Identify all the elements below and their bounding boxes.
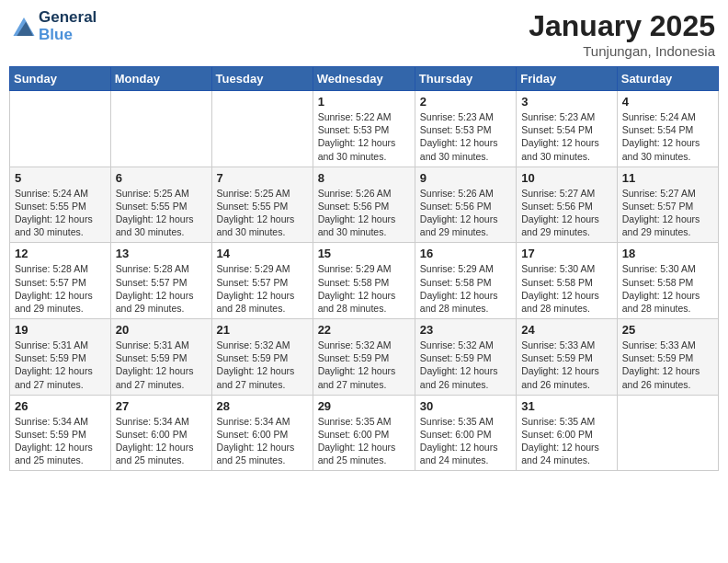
day-info: Sunrise: 5:31 AMSunset: 5:59 PMDaylight:… [15, 339, 106, 391]
day-info: Sunrise: 5:29 AMSunset: 5:58 PMDaylight:… [318, 262, 410, 315]
day-cell: 28Sunrise: 5:34 AMSunset: 6:00 PMDayligh… [211, 395, 313, 471]
day-number: 24 [521, 323, 612, 337]
day-number: 27 [116, 399, 207, 413]
day-info: Sunrise: 5:32 AMSunset: 5:59 PMDaylight:… [420, 339, 511, 391]
day-info: Sunrise: 5:35 AMSunset: 6:00 PMDaylight:… [318, 415, 410, 467]
day-info: Sunrise: 5:32 AMSunset: 5:59 PMDaylight:… [318, 339, 410, 391]
day-number: 20 [116, 323, 207, 337]
day-cell: 30Sunrise: 5:35 AMSunset: 6:00 PMDayligh… [415, 395, 516, 471]
day-cell: 26Sunrise: 5:34 AMSunset: 5:59 PMDayligh… [10, 395, 111, 471]
day-info: Sunrise: 5:26 AMSunset: 5:56 PMDaylight:… [420, 187, 511, 239]
weekday-header-wednesday: Wednesday [313, 67, 415, 91]
week-row-2: 5Sunrise: 5:24 AMSunset: 5:55 PMDaylight… [10, 167, 719, 243]
day-cell: 9Sunrise: 5:26 AMSunset: 5:56 PMDaylight… [415, 167, 516, 243]
month-title: January 2025 [529, 9, 715, 43]
day-number: 22 [318, 323, 410, 337]
day-cell: 31Sunrise: 5:35 AMSunset: 6:00 PMDayligh… [517, 395, 618, 471]
day-info: Sunrise: 5:25 AMSunset: 5:55 PMDaylight:… [116, 187, 207, 239]
day-info: Sunrise: 5:29 AMSunset: 5:58 PMDaylight:… [420, 262, 511, 315]
day-cell: 21Sunrise: 5:32 AMSunset: 5:59 PMDayligh… [211, 319, 313, 396]
day-number: 28 [217, 399, 308, 413]
day-number: 6 [116, 171, 207, 185]
day-cell: 19Sunrise: 5:31 AMSunset: 5:59 PMDayligh… [10, 319, 111, 396]
day-cell: 15Sunrise: 5:29 AMSunset: 5:58 PMDayligh… [313, 243, 415, 319]
weekday-header-monday: Monday [110, 67, 211, 91]
calendar-table: SundayMondayTuesdayWednesdayThursdayFrid… [9, 66, 719, 471]
day-info: Sunrise: 5:35 AMSunset: 6:00 PMDaylight:… [521, 415, 612, 467]
day-cell: 20Sunrise: 5:31 AMSunset: 5:59 PMDayligh… [110, 319, 211, 396]
day-number: 1 [318, 95, 410, 109]
day-number: 21 [217, 323, 308, 337]
day-cell: 3Sunrise: 5:23 AMSunset: 5:54 PMDaylight… [517, 91, 618, 167]
day-number: 25 [622, 323, 713, 337]
day-info: Sunrise: 5:26 AMSunset: 5:56 PMDaylight:… [318, 187, 410, 239]
day-cell: 24Sunrise: 5:33 AMSunset: 5:59 PMDayligh… [517, 319, 618, 396]
day-cell: 6Sunrise: 5:25 AMSunset: 5:55 PMDaylight… [110, 167, 211, 243]
day-info: Sunrise: 5:27 AMSunset: 5:56 PMDaylight:… [521, 187, 612, 239]
day-number: 14 [217, 247, 308, 260]
day-number: 4 [622, 95, 713, 109]
week-row-4: 19Sunrise: 5:31 AMSunset: 5:59 PMDayligh… [10, 319, 719, 396]
day-info: Sunrise: 5:35 AMSunset: 6:00 PMDaylight:… [420, 415, 511, 467]
day-cell: 4Sunrise: 5:24 AMSunset: 5:54 PMDaylight… [617, 91, 718, 167]
day-info: Sunrise: 5:34 AMSunset: 5:59 PMDaylight:… [15, 415, 106, 467]
day-cell [617, 395, 718, 471]
day-cell: 29Sunrise: 5:35 AMSunset: 6:00 PMDayligh… [313, 395, 415, 471]
day-cell: 27Sunrise: 5:34 AMSunset: 6:00 PMDayligh… [110, 395, 211, 471]
week-row-1: 1Sunrise: 5:22 AMSunset: 5:53 PMDaylight… [10, 91, 719, 167]
day-number: 19 [15, 323, 106, 337]
day-info: Sunrise: 5:22 AMSunset: 5:53 PMDaylight:… [318, 110, 410, 163]
day-number: 17 [521, 247, 612, 260]
day-number: 9 [420, 171, 511, 185]
day-info: Sunrise: 5:34 AMSunset: 6:00 PMDaylight:… [116, 415, 207, 467]
day-info: Sunrise: 5:32 AMSunset: 5:59 PMDaylight:… [217, 339, 308, 391]
day-cell: 7Sunrise: 5:25 AMSunset: 5:55 PMDaylight… [211, 167, 313, 243]
day-info: Sunrise: 5:30 AMSunset: 5:58 PMDaylight:… [622, 262, 713, 315]
day-number: 29 [318, 399, 410, 413]
week-row-3: 12Sunrise: 5:28 AMSunset: 5:57 PMDayligh… [10, 243, 719, 319]
day-cell: 22Sunrise: 5:32 AMSunset: 5:59 PMDayligh… [313, 319, 415, 396]
day-number: 12 [15, 247, 106, 260]
day-number: 11 [622, 171, 713, 185]
day-number: 10 [521, 171, 612, 185]
day-info: Sunrise: 5:30 AMSunset: 5:58 PMDaylight:… [521, 262, 612, 315]
day-number: 30 [420, 399, 511, 413]
logo-icon [13, 17, 35, 36]
day-number: 26 [15, 399, 106, 413]
day-cell [10, 91, 111, 167]
day-info: Sunrise: 5:24 AMSunset: 5:55 PMDaylight:… [15, 187, 106, 239]
day-info: Sunrise: 5:24 AMSunset: 5:54 PMDaylight:… [622, 110, 713, 163]
day-cell: 14Sunrise: 5:29 AMSunset: 5:57 PMDayligh… [211, 243, 313, 319]
day-cell: 18Sunrise: 5:30 AMSunset: 5:58 PMDayligh… [617, 243, 718, 319]
weekday-header-row: SundayMondayTuesdayWednesdayThursdayFrid… [10, 67, 719, 91]
weekday-header-sunday: Sunday [10, 67, 111, 91]
day-cell: 23Sunrise: 5:32 AMSunset: 5:59 PMDayligh… [415, 319, 516, 396]
day-cell: 17Sunrise: 5:30 AMSunset: 5:58 PMDayligh… [517, 243, 618, 319]
day-number: 15 [318, 247, 410, 260]
day-cell: 12Sunrise: 5:28 AMSunset: 5:57 PMDayligh… [10, 243, 111, 319]
day-number: 23 [420, 323, 511, 337]
title-block: January 2025 Tunjungan, Indonesia [529, 9, 715, 59]
day-cell [110, 91, 211, 167]
week-row-5: 26Sunrise: 5:34 AMSunset: 5:59 PMDayligh… [10, 395, 719, 471]
day-info: Sunrise: 5:34 AMSunset: 6:00 PMDaylight:… [217, 415, 308, 467]
day-number: 2 [420, 95, 511, 109]
day-info: Sunrise: 5:28 AMSunset: 5:57 PMDaylight:… [15, 262, 106, 315]
day-cell [211, 91, 313, 167]
day-info: Sunrise: 5:23 AMSunset: 5:54 PMDaylight:… [521, 110, 612, 163]
day-info: Sunrise: 5:29 AMSunset: 5:57 PMDaylight:… [217, 262, 308, 315]
day-cell: 13Sunrise: 5:28 AMSunset: 5:57 PMDayligh… [110, 243, 211, 319]
page-header: General Blue January 2025 Tunjungan, Ind… [9, 9, 719, 59]
day-number: 8 [318, 171, 410, 185]
day-info: Sunrise: 5:31 AMSunset: 5:59 PMDaylight:… [116, 339, 207, 391]
day-cell: 1Sunrise: 5:22 AMSunset: 5:53 PMDaylight… [313, 91, 415, 167]
day-number: 16 [420, 247, 511, 260]
day-info: Sunrise: 5:28 AMSunset: 5:57 PMDaylight:… [116, 262, 207, 315]
day-cell: 10Sunrise: 5:27 AMSunset: 5:56 PMDayligh… [517, 167, 618, 243]
location: Tunjungan, Indonesia [529, 43, 715, 59]
day-cell: 11Sunrise: 5:27 AMSunset: 5:57 PMDayligh… [617, 167, 718, 243]
day-cell: 5Sunrise: 5:24 AMSunset: 5:55 PMDaylight… [10, 167, 111, 243]
day-info: Sunrise: 5:25 AMSunset: 5:55 PMDaylight:… [217, 187, 308, 239]
logo: General Blue [13, 9, 97, 43]
day-number: 18 [622, 247, 713, 260]
